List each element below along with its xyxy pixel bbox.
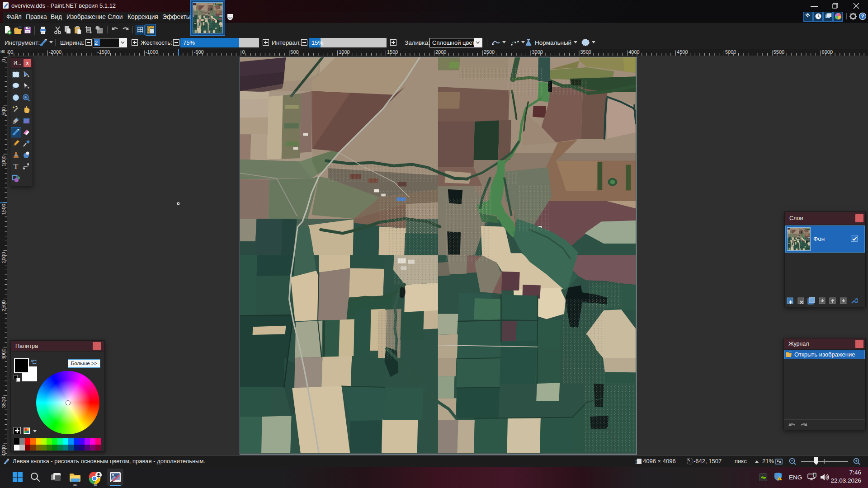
svg-text:3500: 3500	[1, 397, 6, 408]
svg-text:3500: 3500	[580, 49, 591, 55]
svg-text:1500: 1500	[1, 204, 6, 215]
svg-text:1000: 1000	[339, 49, 349, 55]
svg-text:0: 0	[242, 49, 245, 55]
svg-text:500: 500	[1, 107, 6, 115]
svg-text:5000: 5000	[725, 49, 736, 55]
svg-text:-2000: -2000	[49, 49, 61, 55]
svg-text:4500: 4500	[677, 49, 688, 55]
svg-text:0: 0	[1, 59, 6, 61]
svg-text:!: !	[779, 477, 780, 480]
svg-text:-1000: -1000	[146, 49, 158, 55]
svg-text:2000: 2000	[435, 49, 446, 55]
svg-text:1000: 1000	[1, 155, 6, 166]
svg-text:5500: 5500	[774, 49, 784, 55]
svg-text:4000: 4000	[628, 49, 639, 55]
svg-text:1500: 1500	[387, 49, 398, 55]
svg-text:3000: 3000	[1, 348, 6, 359]
svg-text:500: 500	[290, 49, 298, 55]
svg-text:4000: 4000	[1, 445, 6, 456]
svg-text:2500: 2500	[484, 49, 495, 55]
svg-text:2000: 2000	[1, 252, 6, 263]
svg-text:T: T	[13, 162, 19, 171]
svg-text:6000: 6000	[822, 49, 833, 55]
svg-text:2500: 2500	[1, 300, 6, 311]
svg-text:-1500: -1500	[97, 49, 110, 55]
svg-text:3000: 3000	[532, 49, 543, 55]
svg-text:-500: -500	[194, 49, 204, 55]
